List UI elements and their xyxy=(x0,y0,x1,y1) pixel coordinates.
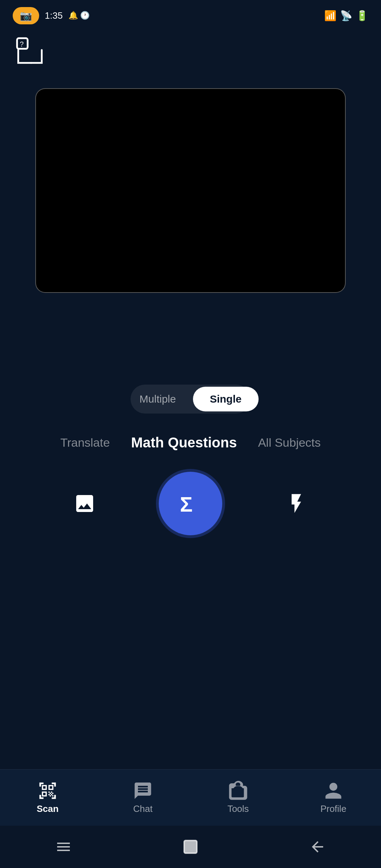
app-container: 📷 1:35 🔔 🕐 📶 📡 🔋 ? Multiple Single Trans… xyxy=(0,0,381,868)
gallery-button[interactable] xyxy=(67,486,102,521)
scan-mode-toggle: Multiple Single xyxy=(131,385,250,414)
svg-text:Σ: Σ xyxy=(180,493,193,516)
battery-icon: 🔋 xyxy=(356,10,368,22)
nav-tools-label: Tools xyxy=(228,803,249,814)
camera-pill-icon: 📷 xyxy=(20,10,32,22)
svg-text:?: ? xyxy=(20,40,24,48)
camera-pill: 📷 xyxy=(13,7,39,24)
all-subjects-tab[interactable]: All Subjects xyxy=(258,436,321,450)
scan-frame-indicator: ? xyxy=(14,35,46,67)
flashlight-button[interactable] xyxy=(279,486,314,521)
wifi-icon: 📡 xyxy=(340,10,352,22)
status-time: 1:35 xyxy=(45,10,63,21)
middle-spacer xyxy=(0,293,381,385)
camera-viewfinder xyxy=(35,88,346,293)
android-home-button[interactable] xyxy=(176,833,205,861)
math-questions-tab[interactable]: Math Questions xyxy=(131,435,237,451)
nav-scan-label: Scan xyxy=(37,803,59,814)
action-row: Σ xyxy=(0,472,381,535)
notification-icons: 🔔 🕐 xyxy=(68,11,90,20)
signal-icon: 📶 xyxy=(324,10,337,22)
nav-chat[interactable]: Chat xyxy=(95,781,190,814)
android-menu-button[interactable] xyxy=(49,833,78,861)
capture-button[interactable]: Σ xyxy=(159,472,222,535)
nav-tools[interactable]: Tools xyxy=(190,781,286,814)
single-mode-button[interactable]: Single xyxy=(193,387,259,411)
android-back-button[interactable] xyxy=(303,833,332,861)
nav-profile-label: Profile xyxy=(320,803,346,814)
status-right-icons: 📶 📡 🔋 xyxy=(324,10,368,22)
nav-profile[interactable]: Profile xyxy=(286,781,381,814)
status-bar: 📷 1:35 🔔 🕐 📶 📡 🔋 xyxy=(0,0,381,28)
nav-scan[interactable]: Scan xyxy=(0,781,95,814)
translate-tab[interactable]: Translate xyxy=(60,436,110,450)
bottom-nav: Scan Chat Tools Profile xyxy=(0,769,381,826)
multiple-mode-button[interactable]: Multiple xyxy=(122,387,193,411)
nav-chat-label: Chat xyxy=(133,803,153,814)
android-nav-bar xyxy=(0,826,381,868)
svg-rect-3 xyxy=(184,840,197,853)
subject-tabs: Translate Math Questions All Subjects xyxy=(0,435,381,451)
